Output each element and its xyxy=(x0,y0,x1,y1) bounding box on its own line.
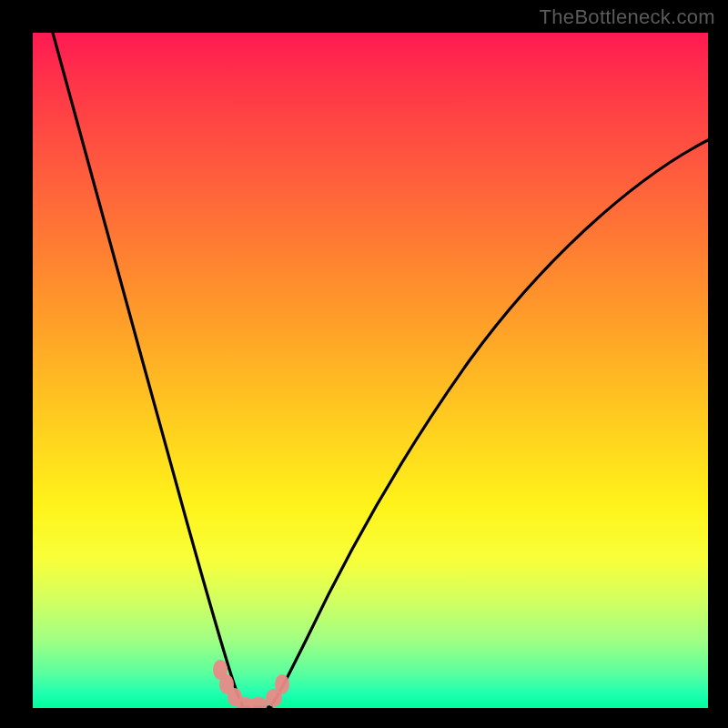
plot-area xyxy=(33,33,708,708)
curve-right-branch xyxy=(269,140,708,708)
marker-blob xyxy=(275,674,289,694)
marker-blob xyxy=(249,697,268,708)
curve-left-branch xyxy=(53,33,244,708)
chart-frame: TheBottleneck.com xyxy=(0,0,728,728)
chart-svg xyxy=(33,33,708,708)
marker-cluster xyxy=(213,660,289,708)
watermark-text: TheBottleneck.com xyxy=(540,5,715,29)
